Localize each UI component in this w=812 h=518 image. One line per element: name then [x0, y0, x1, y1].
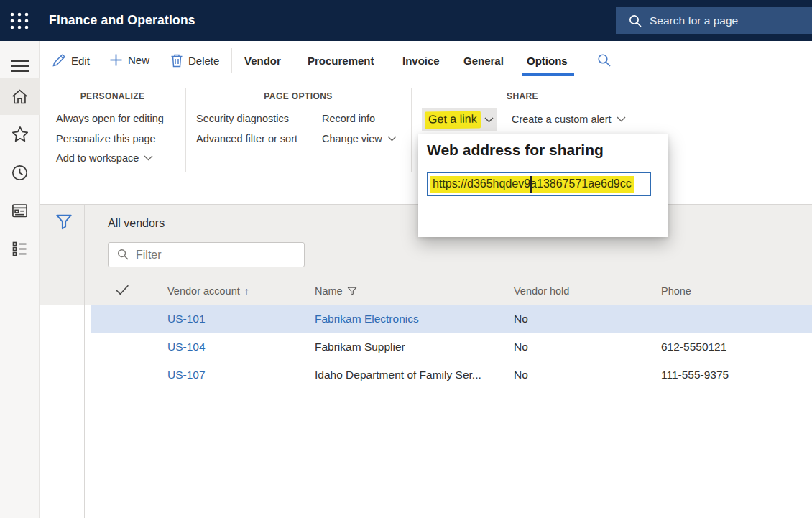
nav-sidebar [0, 41, 40, 518]
change-view-label: Change view [322, 133, 382, 144]
delete-button-label: Delete [188, 55, 219, 67]
recent-clock-icon [10, 163, 29, 182]
name-header-label: Name [315, 285, 343, 297]
table-row[interactable]: US-101 Fabrikam Electronics No [91, 305, 812, 333]
column-header-vendor-hold[interactable]: Vendor hold [514, 285, 569, 297]
group-title-personalize: PERSONALIZE [40, 91, 185, 101]
top-bar: Finance and Operations Search for a page [0, 0, 812, 41]
page-search-placeholder: Search for a page [650, 14, 738, 27]
menu-item-security-diagnostics[interactable]: Security diagnostics [196, 113, 289, 124]
column-header-name[interactable]: Name [315, 285, 357, 297]
sidebar-item-favorites[interactable] [0, 116, 40, 153]
vendor-hold-value: No [514, 313, 528, 325]
menu-item-add-to-workspace[interactable]: Add to workspace [56, 152, 153, 164]
app-title: Finance and Operations [49, 13, 195, 28]
chevron-down-icon [387, 136, 397, 142]
popup-heading: Web address for sharing [427, 142, 604, 159]
tab-options[interactable]: Options [527, 55, 568, 67]
app-launcher-waffle-icon[interactable] [9, 10, 30, 32]
table-row[interactable]: US-107 Idaho Department of Family Ser...… [91, 361, 812, 389]
sort-ascending-icon: ↑ [244, 285, 249, 297]
app-window: Finance and Operations Search for a page [0, 0, 812, 518]
action-search-button[interactable] [597, 53, 612, 70]
phone-value: 111-555-9375 [661, 369, 729, 381]
get-a-link-button[interactable]: Get a link [422, 108, 497, 131]
tab-general[interactable]: General [463, 55, 504, 67]
search-icon [117, 249, 129, 261]
delete-button[interactable]: Delete [170, 53, 219, 68]
selected-tab-underline [522, 73, 574, 76]
filter-funnel-icon [55, 213, 73, 232]
command-tab-separator [231, 48, 232, 73]
menu-item-create-a-custom-alert[interactable]: Create a custom alert [512, 114, 626, 125]
table-row[interactable]: US-104 Fabrikam Supplier No 612-5550121 [91, 333, 812, 361]
new-button[interactable]: New [109, 53, 149, 67]
column-header-phone[interactable]: Phone [661, 285, 691, 297]
sidebar-item-workspaces[interactable] [0, 192, 40, 229]
menu-item-advanced-filter-or-sort[interactable]: Advanced filter or sort [196, 133, 297, 144]
waffle-icon [9, 10, 30, 32]
menu-item-personalize-this-page[interactable]: Personalize this page [56, 133, 156, 144]
menu-item-change-view[interactable]: Change view [322, 133, 397, 144]
filter-pane-divider [84, 205, 85, 518]
column-header-vendor-account[interactable]: Vendor account ↑ [167, 285, 249, 297]
sharing-url-input[interactable]: https://d365hqdev9a13867571ae6d9cc [427, 172, 651, 196]
chevron-down-icon [617, 116, 626, 122]
workspaces-icon [10, 201, 29, 221]
trash-icon [170, 53, 183, 68]
modules-list-icon [10, 239, 29, 259]
select-all-checkmark[interactable] [115, 284, 130, 299]
sidebar-item-modules[interactable] [0, 230, 40, 267]
vendor-account-header-label: Vendor account [167, 285, 240, 297]
plus-icon [109, 53, 123, 67]
vendor-hold-header-label: Vendor hold [514, 285, 569, 297]
menu-item-record-info[interactable]: Record info [322, 113, 375, 124]
get-a-link-label-highlighted: Get a link [425, 111, 481, 129]
sidebar-item-recent[interactable] [0, 154, 40, 191]
vendor-account-link[interactable]: US-101 [167, 313, 206, 325]
vendor-name-link[interactable]: Fabrikam Electronics [315, 313, 419, 325]
filter-pane-toggle-button[interactable] [55, 213, 74, 233]
edit-button-label: Edit [71, 55, 90, 67]
hamburger-menu-icon [10, 58, 30, 74]
pencil-icon [52, 53, 66, 68]
web-address-popup: Web address for sharing https://d365hqde… [418, 134, 668, 237]
chevron-down-icon [144, 155, 153, 161]
hamburger-menu-button[interactable] [0, 52, 40, 80]
search-icon [629, 14, 642, 28]
favorites-star-icon [10, 124, 30, 144]
vendor-account-link[interactable]: US-104 [167, 341, 206, 353]
grid-filter-box[interactable] [108, 242, 305, 267]
phone-value: 612-5550121 [661, 341, 726, 353]
group-title-page-options: PAGE OPTIONS [185, 91, 411, 101]
page-search-box[interactable]: Search for a page [616, 7, 812, 34]
vendor-hold-value: No [514, 369, 528, 381]
checkmark-icon [115, 284, 130, 296]
home-icon [10, 87, 29, 106]
sharing-url-value-highlighted: https://d365hqdev9a13867571ae6d9cc [430, 176, 634, 193]
menu-item-always-open-for-editing[interactable]: Always open for editing [56, 113, 164, 124]
edit-button[interactable]: Edit [52, 53, 90, 68]
vendor-account-link[interactable]: US-107 [167, 369, 206, 381]
tab-invoice[interactable]: Invoice [402, 55, 440, 67]
vendor-name-value: Idaho Department of Family Ser... [315, 369, 481, 381]
create-custom-alert-label: Create a custom alert [512, 114, 612, 125]
group-title-share: SHARE [411, 91, 634, 101]
tabstrip-divider [40, 80, 812, 80]
sidebar-item-home[interactable] [0, 78, 40, 115]
tab-vendor[interactable]: Vendor [244, 55, 281, 67]
vendor-name-value: Fabrikam Supplier [315, 341, 405, 353]
grid-filter-input[interactable] [136, 249, 287, 262]
search-icon [597, 53, 612, 68]
grid-view-title: All vendors [108, 217, 165, 230]
text-cursor [530, 176, 532, 193]
vendor-hold-value: No [514, 341, 528, 353]
new-button-label: New [128, 54, 149, 66]
tab-procurement[interactable]: Procurement [308, 55, 374, 67]
add-to-workspace-label: Add to workspace [56, 152, 139, 164]
column-filter-funnel-icon [347, 287, 357, 296]
phone-header-label: Phone [661, 285, 691, 297]
chevron-down-icon [484, 117, 494, 123]
